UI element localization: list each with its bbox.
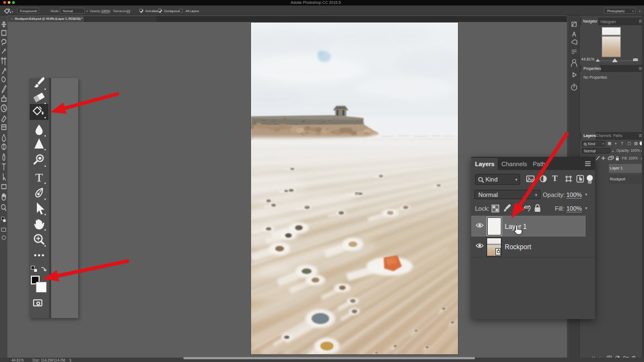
svg-text:T: T bbox=[35, 171, 43, 184]
